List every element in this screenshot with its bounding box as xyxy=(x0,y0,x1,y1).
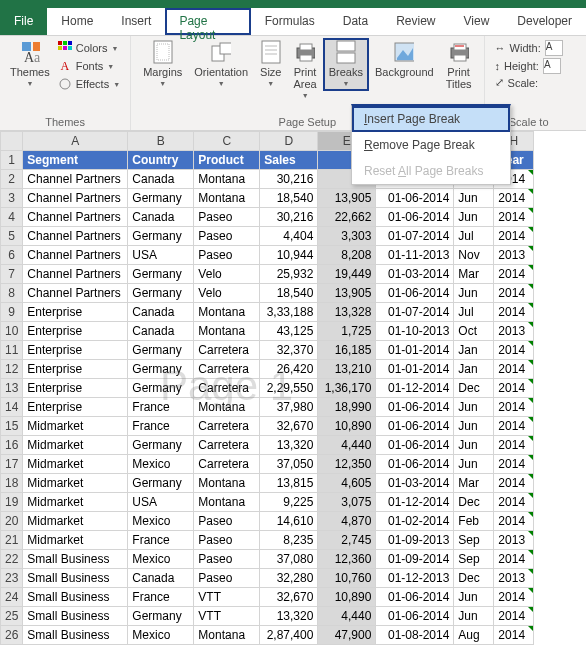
cell[interactable]: Midmarket xyxy=(23,531,128,550)
cell[interactable]: 8,208 xyxy=(318,246,376,265)
cell[interactable]: Jun xyxy=(454,208,494,227)
row-header[interactable]: 14 xyxy=(1,398,23,417)
row-header[interactable]: 10 xyxy=(1,322,23,341)
cell[interactable]: 2014 xyxy=(494,455,534,474)
cell[interactable]: 4,605 xyxy=(318,474,376,493)
cell[interactable]: 01-01-2014 xyxy=(376,360,454,379)
cell[interactable]: Channel Partners xyxy=(23,284,128,303)
row-header[interactable]: 17 xyxy=(1,455,23,474)
cell[interactable]: Carretera xyxy=(194,341,260,360)
cell[interactable]: Sep xyxy=(454,550,494,569)
cell[interactable]: Nov xyxy=(454,246,494,265)
cell[interactable]: Jun xyxy=(454,417,494,436)
row-header[interactable]: 20 xyxy=(1,512,23,531)
row-header[interactable]: 25 xyxy=(1,607,23,626)
cell[interactable]: Channel Partners xyxy=(23,170,128,189)
cell[interactable]: France xyxy=(128,531,194,550)
cell[interactable]: 13,815 xyxy=(260,474,318,493)
cell[interactable]: VTT xyxy=(194,588,260,607)
cell[interactable]: 2,29,550 xyxy=(260,379,318,398)
cell[interactable]: 2014 xyxy=(494,588,534,607)
cell[interactable]: 1,725 xyxy=(318,322,376,341)
cell[interactable]: 4,870 xyxy=(318,512,376,531)
cell[interactable]: Enterprise xyxy=(23,303,128,322)
cell[interactable]: 3,303 xyxy=(318,227,376,246)
cell[interactable]: 37,980 xyxy=(260,398,318,417)
col-header[interactable]: D xyxy=(260,132,318,151)
row-header[interactable]: 8 xyxy=(1,284,23,303)
cell[interactable]: 13,328 xyxy=(318,303,376,322)
tab-review[interactable]: Review xyxy=(382,8,449,35)
cell[interactable]: 37,050 xyxy=(260,455,318,474)
cell[interactable]: Germany xyxy=(128,436,194,455)
cell[interactable]: 2,87,400 xyxy=(260,626,318,645)
cell[interactable]: Small Business xyxy=(23,626,128,645)
cell[interactable]: 01-12-2014 xyxy=(376,493,454,512)
cell[interactable]: Channel Partners xyxy=(23,265,128,284)
cell[interactable]: Aug xyxy=(454,626,494,645)
cell[interactable]: 43,125 xyxy=(260,322,318,341)
cell[interactable]: Jun xyxy=(454,607,494,626)
cell[interactable]: Germany xyxy=(128,360,194,379)
tab-data[interactable]: Data xyxy=(329,8,382,35)
cell[interactable]: 01-11-2013 xyxy=(376,246,454,265)
row-header[interactable]: 21 xyxy=(1,531,23,550)
effects-button[interactable]: Effects▼ xyxy=(56,76,122,92)
row-header[interactable]: 15 xyxy=(1,417,23,436)
cell[interactable]: Dec xyxy=(454,379,494,398)
cell[interactable]: France xyxy=(128,417,194,436)
cell[interactable]: 2014 xyxy=(494,208,534,227)
cell[interactable]: Small Business xyxy=(23,569,128,588)
cell[interactable]: 2014 xyxy=(494,436,534,455)
cell[interactable]: 2014 xyxy=(494,626,534,645)
cell[interactable]: Mar xyxy=(454,265,494,284)
cell[interactable]: Velo xyxy=(194,265,260,284)
cell[interactable]: Montana xyxy=(194,303,260,322)
printarea-button[interactable]: Print Area▼ xyxy=(287,38,322,103)
cell[interactable]: 01-06-2014 xyxy=(376,208,454,227)
cell[interactable]: Country xyxy=(128,151,194,170)
cell[interactable]: Small Business xyxy=(23,588,128,607)
cell[interactable]: Paseo xyxy=(194,569,260,588)
cell[interactable]: Germany xyxy=(128,265,194,284)
cell[interactable]: 01-01-2014 xyxy=(376,341,454,360)
cell[interactable]: 10,890 xyxy=(318,588,376,607)
cell[interactable]: Midmarket xyxy=(23,474,128,493)
cell[interactable]: 01-12-2014 xyxy=(376,379,454,398)
cell[interactable]: Jun xyxy=(454,284,494,303)
cell[interactable]: Montana xyxy=(194,626,260,645)
colors-button[interactable]: Colors▼ xyxy=(56,40,122,56)
cell[interactable]: Canada xyxy=(128,170,194,189)
cell[interactable]: Montana xyxy=(194,322,260,341)
cell[interactable]: 4,404 xyxy=(260,227,318,246)
height-select[interactable]: A xyxy=(543,58,561,74)
cell[interactable]: 10,890 xyxy=(318,417,376,436)
cell[interactable]: France xyxy=(128,398,194,417)
cell[interactable]: 9,225 xyxy=(260,493,318,512)
row-header[interactable]: 11 xyxy=(1,341,23,360)
cell[interactable]: Small Business xyxy=(23,550,128,569)
cell[interactable]: 10,760 xyxy=(318,569,376,588)
cell[interactable]: Canada xyxy=(128,569,194,588)
cell[interactable]: Dec xyxy=(454,493,494,512)
cell[interactable]: 01-08-2014 xyxy=(376,626,454,645)
cell[interactable]: Velo xyxy=(194,284,260,303)
cell[interactable]: Canada xyxy=(128,208,194,227)
tab-developer[interactable]: Developer xyxy=(503,8,586,35)
cell[interactable]: 01-06-2014 xyxy=(376,189,454,208)
cell[interactable]: Germany xyxy=(128,227,194,246)
cell[interactable]: Jul xyxy=(454,227,494,246)
printtitles-button[interactable]: Print Titles xyxy=(440,38,478,94)
cell[interactable]: 2014 xyxy=(494,284,534,303)
insert-page-break[interactable]: Insert Page Break xyxy=(352,106,510,132)
cell[interactable]: 1,36,170 xyxy=(318,379,376,398)
select-all[interactable] xyxy=(1,132,23,151)
row-header[interactable]: 9 xyxy=(1,303,23,322)
row-header[interactable]: 22 xyxy=(1,550,23,569)
cell[interactable]: Mexico xyxy=(128,512,194,531)
cell[interactable]: Mexico xyxy=(128,626,194,645)
cell[interactable]: 13,320 xyxy=(260,436,318,455)
cell[interactable]: Germany xyxy=(128,379,194,398)
row-header[interactable]: 26 xyxy=(1,626,23,645)
row-header[interactable]: 18 xyxy=(1,474,23,493)
